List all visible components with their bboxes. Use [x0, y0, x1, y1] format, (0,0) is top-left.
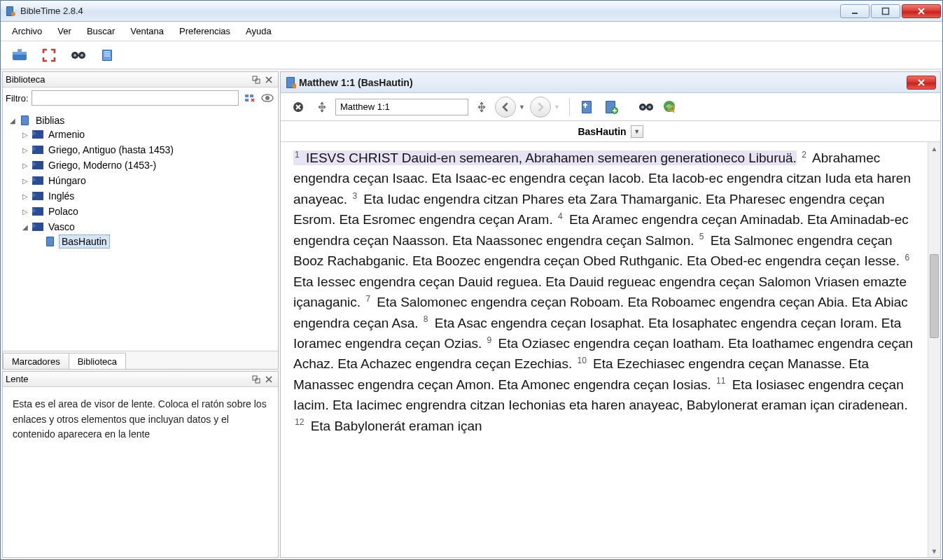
scroll-sync-right-icon[interactable]	[471, 97, 492, 118]
expand-icon[interactable]: ▷	[21, 177, 29, 185]
module-add-button[interactable]	[601, 97, 622, 118]
menu-ayuda[interactable]: Ayuda	[239, 23, 279, 39]
scroll-down-icon[interactable]: ▼	[928, 545, 940, 557]
svg-point-50	[648, 106, 651, 108]
history-forward-menu[interactable]: ▼	[554, 104, 562, 111]
show-hidden-button[interactable]	[260, 90, 275, 106]
svg-rect-34	[256, 379, 260, 383]
verse-number: 2	[800, 150, 809, 160]
window-title: BibleTime 2.8.4	[20, 6, 840, 16]
expand-icon[interactable]: ◢	[21, 223, 29, 231]
flag-icon	[32, 222, 43, 232]
module-selector-row: BasHautin ▼	[281, 121, 940, 142]
dock-undock-icon[interactable]	[250, 374, 263, 385]
verse-number: 6	[903, 253, 912, 262]
vertical-scrollbar[interactable]: ▲ ▼	[928, 142, 940, 557]
menubar: ArchivoVerBuscarVentanaPreferenciasAyuda	[1, 22, 942, 41]
window-minimize-button[interactable]	[840, 4, 869, 18]
tree-lang-label: Húngaro	[46, 174, 88, 187]
history-back-menu[interactable]: ▼	[519, 104, 527, 111]
module-label: BasHautin	[578, 126, 626, 137]
window-close-button[interactable]	[902, 4, 941, 18]
dock-undock-icon[interactable]	[250, 74, 263, 85]
reader-text-body[interactable]: 1 IESVS CHRIST Dauid-en semearen, Abraha…	[281, 142, 928, 557]
flag-icon	[32, 145, 43, 155]
svg-rect-23	[22, 116, 28, 125]
verse-number: 3	[351, 191, 360, 201]
expand-icon[interactable]: ▷	[21, 208, 29, 216]
search-button[interactable]	[67, 45, 90, 66]
module-dropdown-button[interactable]: ▼	[631, 125, 643, 138]
tree-lang-item[interactable]: ▷Armenio	[21, 128, 275, 141]
menu-archivo[interactable]: Archivo	[5, 23, 49, 39]
search-in-module-button[interactable]	[636, 97, 657, 118]
tree-lang-item[interactable]: ◢Vasco	[21, 220, 275, 233]
panel-close-icon[interactable]	[263, 74, 275, 85]
tree-lang-label: Vasco	[46, 220, 77, 233]
svg-rect-42	[583, 104, 587, 106]
library-tree[interactable]: ◢ Biblias ▷Armenio▷Griego, Antiguo (hast…	[3, 108, 278, 351]
tree-lang-item[interactable]: ▷Griego, Antiguo (hasta 1453)	[21, 144, 275, 156]
flag-icon	[32, 130, 43, 139]
tree-lang-item[interactable]: ▷Griego, Moderno (1453-)	[21, 159, 275, 172]
filter-label: Filtro:	[6, 93, 29, 104]
tab-bookmarks[interactable]: Marcadores	[3, 353, 69, 369]
window-titlebar: BibleTime 2.8.4	[1, 1, 942, 22]
left-column: Biblioteca Filtro: ◢ Biblias	[2, 71, 279, 558]
expand-icon[interactable]: ▷	[21, 162, 29, 169]
svg-rect-4	[883, 8, 889, 14]
tree-lang-item[interactable]: ▷Húngaro	[21, 174, 275, 187]
svg-rect-15	[253, 76, 257, 80]
menu-preferencias[interactable]: Preferencias	[172, 23, 237, 39]
tab-library[interactable]: Biblioteca	[69, 353, 126, 369]
tree-module-item[interactable]: BasHautin	[34, 234, 275, 248]
module-select-button[interactable]	[577, 97, 598, 118]
panel-close-icon[interactable]	[263, 374, 275, 385]
display-settings-button[interactable]	[659, 97, 680, 118]
flag-icon	[32, 176, 43, 186]
reference-input[interactable]	[335, 99, 468, 115]
bible-icon	[20, 115, 31, 126]
filter-input[interactable]	[32, 90, 239, 106]
expand-icon[interactable]: ▷	[21, 131, 29, 139]
svg-rect-40	[582, 102, 591, 113]
menu-ventana[interactable]: Ventana	[123, 23, 171, 39]
menu-ver[interactable]: Ver	[50, 23, 78, 39]
svg-point-49	[641, 106, 644, 108]
verse: 12 Eta Babylonerát eraman içan	[293, 419, 482, 433]
reader-pane-close-button[interactable]	[907, 76, 936, 90]
svg-rect-18	[250, 94, 253, 97]
library-panel-title: Biblioteca	[6, 74, 250, 85]
svg-rect-19	[245, 99, 249, 102]
grouping-button[interactable]	[242, 90, 257, 106]
tree-module-label: BasHautin	[59, 234, 110, 248]
fullscreen-button[interactable]	[37, 45, 61, 66]
history-back-button[interactable]	[495, 97, 516, 118]
tree-lang-label: Griego, Antiguo (hasta 1453)	[46, 144, 176, 156]
main-toolbar	[1, 41, 942, 69]
tree-root-biblias[interactable]: ◢ Biblias	[8, 114, 275, 127]
scroll-up-icon[interactable]: ▲	[928, 142, 940, 155]
tree-lang-item[interactable]: ▷Polaco	[21, 205, 275, 218]
expand-icon[interactable]: ▷	[21, 192, 29, 200]
bookshelf-button[interactable]	[96, 45, 120, 66]
workspace: Biblioteca Filtro: ◢ Biblias	[1, 69, 942, 559]
history-forward-button[interactable]	[530, 97, 551, 118]
verse-number: 7	[364, 294, 373, 304]
clear-reference-button[interactable]	[288, 97, 309, 118]
lens-panel-header: Lente	[3, 372, 278, 387]
reader-scroll-area: 1 IESVS CHRIST Dauid-en semearen, Abraha…	[281, 142, 940, 557]
library-filter-row: Filtro:	[3, 88, 278, 108]
tree-lang-item[interactable]: ▷Inglés	[21, 190, 275, 202]
collapse-icon[interactable]: ◢	[8, 117, 17, 125]
menu-buscar[interactable]: Buscar	[80, 23, 122, 39]
scroll-sync-left-icon[interactable]	[312, 97, 333, 118]
svg-rect-17	[245, 94, 249, 97]
expand-icon[interactable]: ▷	[21, 146, 29, 154]
reader-pane: Matthew 1:1 (BasHautin) ▼ ▼ BasHautin ▼ …	[280, 71, 941, 558]
bookshelf-manager-button[interactable]	[8, 45, 32, 66]
tree-root-label: Biblias	[34, 114, 67, 127]
window-maximize-button[interactable]	[871, 4, 900, 18]
flag-icon	[32, 160, 43, 170]
scroll-thumb[interactable]	[930, 254, 939, 338]
